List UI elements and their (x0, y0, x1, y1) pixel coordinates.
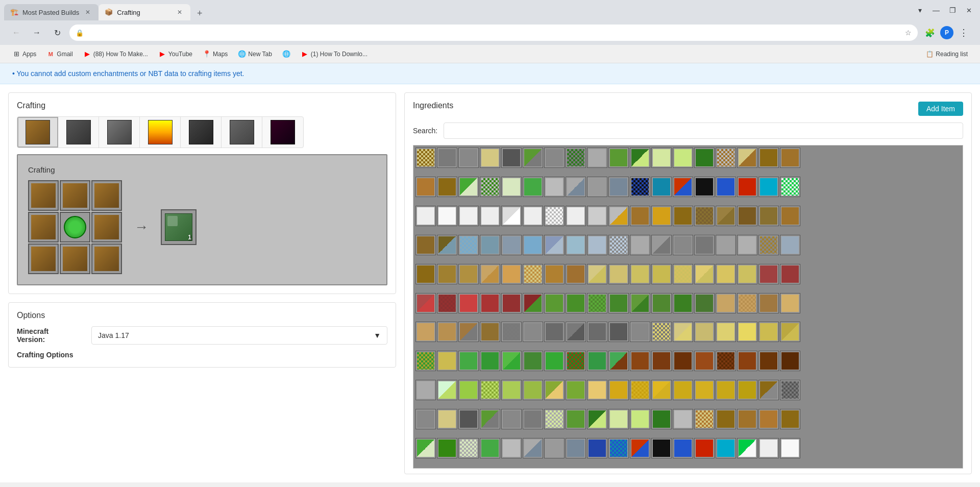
item-cell[interactable] (523, 380, 543, 400)
item-cell[interactable] (566, 148, 586, 168)
tab-crafting-close[interactable]: ✕ (175, 8, 184, 17)
item-cell[interactable] (780, 264, 800, 284)
item-cell[interactable] (480, 351, 500, 371)
item-cell[interactable] (630, 351, 650, 371)
item-cell[interactable] (608, 351, 629, 371)
item-cell[interactable] (716, 438, 736, 458)
window-minimize[interactable]: — (929, 3, 943, 17)
item-cell[interactable] (501, 351, 522, 371)
item-cell[interactable] (501, 206, 522, 226)
item-cell[interactable] (501, 264, 522, 284)
item-cell[interactable] (415, 148, 436, 168)
item-cell[interactable] (630, 380, 650, 400)
item-cell[interactable] (673, 264, 693, 284)
version-select[interactable]: Java 1.17 ▼ (91, 326, 387, 345)
item-cell[interactable] (780, 351, 800, 371)
item-cell[interactable] (415, 409, 436, 429)
forward-button[interactable]: → (29, 25, 45, 41)
item-cell[interactable] (415, 264, 436, 284)
item-cell[interactable] (480, 380, 500, 400)
item-cell[interactable] (544, 351, 565, 371)
item-cell[interactable] (673, 293, 693, 313)
item-cell[interactable] (673, 438, 693, 458)
item-cell[interactable] (716, 293, 736, 313)
item-cell[interactable] (758, 438, 779, 458)
tab-most-pasted[interactable]: 🏗️ Most Pasted Builds ✕ (4, 4, 99, 20)
item-cell[interactable] (737, 438, 757, 458)
item-cell[interactable] (608, 438, 629, 458)
tab-crafting[interactable]: 📦 Crafting ✕ (99, 4, 190, 20)
item-tab-3[interactable] (99, 117, 140, 148)
item-cell[interactable] (415, 293, 436, 313)
item-cell[interactable] (673, 177, 693, 197)
item-tab-1[interactable] (17, 117, 58, 148)
reading-list-button[interactable]: 📋 Reading list (922, 48, 972, 60)
item-cell[interactable] (673, 235, 693, 255)
item-cell[interactable] (566, 264, 586, 284)
item-cell[interactable] (694, 351, 715, 371)
item-cell[interactable] (608, 235, 629, 255)
item-cell[interactable] (415, 351, 436, 371)
bookmark-apps[interactable]: ⊞ Apps (8, 48, 40, 60)
item-cell[interactable] (437, 293, 457, 313)
item-cell[interactable] (544, 438, 565, 458)
item-cell[interactable] (458, 293, 479, 313)
item-cell[interactable] (415, 380, 436, 400)
item-cell[interactable] (501, 148, 522, 168)
menu-icon[interactable]: ⋮ (955, 25, 972, 41)
grid-cell-1-1[interactable] (60, 212, 90, 242)
bookmark-how-to-make[interactable]: ▶ (88) How To Make... (79, 48, 152, 60)
item-cell[interactable] (566, 322, 586, 342)
item-cell[interactable] (458, 322, 479, 342)
item-cell[interactable] (694, 206, 715, 226)
item-tab-6[interactable] (222, 117, 262, 148)
grid-cell-0-2[interactable] (91, 180, 122, 211)
item-cell[interactable] (758, 235, 779, 255)
item-cell[interactable] (737, 264, 757, 284)
item-cell[interactable] (587, 351, 607, 371)
item-cell[interactable] (716, 206, 736, 226)
item-cell[interactable] (458, 438, 479, 458)
item-cell[interactable] (673, 322, 693, 342)
item-tab-4[interactable] (140, 117, 181, 148)
item-cell[interactable] (437, 322, 457, 342)
item-cell[interactable] (480, 264, 500, 284)
item-cell[interactable] (737, 409, 757, 429)
item-cell[interactable] (458, 351, 479, 371)
item-cell[interactable] (501, 322, 522, 342)
item-tab-2[interactable] (58, 117, 99, 148)
item-cell[interactable] (544, 177, 565, 197)
item-cell[interactable] (608, 293, 629, 313)
item-cell[interactable] (608, 148, 629, 168)
item-cell[interactable] (608, 264, 629, 284)
item-cell[interactable] (437, 438, 457, 458)
item-cell[interactable] (458, 148, 479, 168)
item-cell[interactable] (651, 438, 672, 458)
item-cell[interactable] (608, 322, 629, 342)
item-cell[interactable] (501, 438, 522, 458)
item-cell[interactable] (437, 351, 457, 371)
item-cell[interactable] (630, 177, 650, 197)
item-cell[interactable] (480, 409, 500, 429)
item-cell[interactable] (544, 206, 565, 226)
item-cell[interactable] (716, 409, 736, 429)
grid-cell-2-2[interactable] (91, 243, 122, 274)
item-cell[interactable] (566, 351, 586, 371)
item-cell[interactable] (458, 235, 479, 255)
item-cell[interactable] (694, 148, 715, 168)
item-cell[interactable] (737, 380, 757, 400)
bookmark-new-tab[interactable]: 🌐 New Tab (234, 48, 276, 60)
item-cell[interactable] (780, 293, 800, 313)
item-cell[interactable] (758, 177, 779, 197)
item-cell[interactable] (716, 148, 736, 168)
item-cell[interactable] (630, 409, 650, 429)
item-cell[interactable] (480, 322, 500, 342)
item-cell[interactable] (523, 409, 543, 429)
bookmark-maps[interactable]: 📍 Maps (199, 48, 232, 60)
item-cell[interactable] (566, 409, 586, 429)
item-cell[interactable] (480, 177, 500, 197)
item-cell[interactable] (630, 322, 650, 342)
item-cell[interactable] (587, 264, 607, 284)
item-cell[interactable] (480, 235, 500, 255)
item-cell[interactable] (716, 351, 736, 371)
